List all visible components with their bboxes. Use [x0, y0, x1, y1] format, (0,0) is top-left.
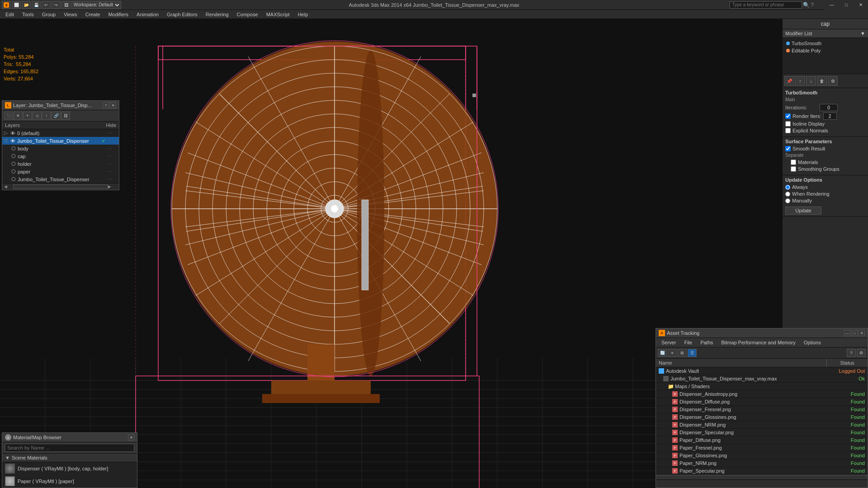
menu-views[interactable]: Views — [60, 10, 80, 19]
mat-search-input[interactable] — [5, 444, 134, 452]
at-menu-bitmap[interactable]: Bitmap Performance and Memory — [717, 339, 799, 346]
at-tb-list[interactable]: ≡ — [668, 349, 677, 357]
render-iters-input[interactable] — [823, 113, 837, 120]
layer-item-paper[interactable]: ⬡ paper ⋯ — [2, 168, 119, 175]
render-iters-checkbox[interactable] — [785, 113, 791, 119]
modifier-turbosmooth[interactable]: TurboSmooth — [784, 40, 866, 47]
layer-tb-delete[interactable]: ✕ — [14, 112, 23, 120]
at-row-fresnel[interactable]: P Dispenser_Fresnel.png Found — [656, 406, 868, 413]
undo-btn[interactable]: ↩ — [42, 1, 51, 9]
render-setup-btn[interactable]: 🖼 — [61, 1, 71, 9]
layer-panel-question[interactable]: ? — [103, 102, 109, 108]
app-icon[interactable]: 3 — [2, 1, 11, 9]
menu-graph-editors[interactable]: Graph Editors — [163, 10, 201, 19]
materials-checkbox[interactable] — [791, 160, 796, 165]
right-tb-down[interactable]: ↓ — [806, 76, 816, 86]
at-close[interactable]: ✕ — [859, 330, 865, 336]
always-radio[interactable] — [785, 185, 790, 190]
when-rendering-radio[interactable] — [785, 192, 790, 197]
at-menu-file[interactable]: File — [680, 339, 696, 346]
layer-item-jumbo[interactable]: ▽ 👁 Jumbo_Toilet_Tissue_Dispenser ✓ ⋯ — [2, 137, 119, 145]
at-minimize[interactable]: — — [844, 330, 850, 336]
at-tb-icons[interactable]: ⊞ — [678, 349, 687, 357]
at-row-vault[interactable]: Autodesk Vault Logged Out — [656, 367, 868, 375]
layer-tb-unlink[interactable]: ⛓ — [61, 112, 70, 120]
at-scrollbar[interactable] — [656, 475, 868, 479]
at-menu-paths[interactable]: Paths — [697, 339, 717, 346]
at-tb-details[interactable]: ☰ — [688, 349, 697, 357]
layer-item-body[interactable]: ⬡ body ⋯ — [2, 145, 119, 152]
smooth-result-checkbox[interactable] — [785, 146, 791, 151]
at-row-paper-diffuse[interactable]: P Paper_Diffuse.png Found — [656, 436, 868, 444]
material-browser-close[interactable]: ✕ — [128, 434, 134, 441]
layer-item-jumbo-child[interactable]: ⬡ Jumbo_Toilet_Tissue_Dispenser ⋯ — [2, 175, 119, 183]
at-tb-help[interactable]: ? — [847, 349, 856, 357]
layer-tb-move[interactable]: ↑ — [42, 112, 51, 120]
menu-group[interactable]: Group — [38, 10, 60, 19]
mat-item-dispenser[interactable]: Dispenser ( VRayMtl ) [body, cap, holder… — [2, 462, 137, 475]
menu-create[interactable]: Create — [81, 10, 104, 19]
layer-tb-new[interactable]: ⬛ — [4, 112, 13, 120]
at-tb-refresh[interactable]: 🔄 — [658, 349, 667, 357]
menu-compose[interactable]: Compose — [233, 10, 262, 19]
workspace-select[interactable]: Workspace: Default — [71, 1, 121, 9]
scroll-track[interactable] — [13, 184, 108, 189]
at-row-maps[interactable]: 📁 Maps / Shaders — [656, 383, 868, 390]
layer-panel-close[interactable]: ✕ — [110, 102, 116, 108]
render-iters-label: Render Iters: — [793, 113, 821, 119]
save-btn[interactable]: 💾 — [32, 1, 41, 9]
at-row-max[interactable]: Jumbo_Toilet_Tissue_Dispenser_max_vray.m… — [656, 375, 868, 383]
manually-radio[interactable] — [785, 198, 790, 203]
minimize-button[interactable]: — — [825, 0, 839, 10]
menu-maxscript[interactable]: MAXScript — [263, 10, 293, 19]
right-tb-options[interactable]: ⚙ — [828, 76, 838, 86]
menu-help[interactable]: Help — [294, 10, 312, 19]
materials-row: Materials — [791, 160, 865, 165]
scroll-right[interactable]: ▶ — [108, 184, 117, 189]
redo-btn[interactable]: ↪ — [52, 1, 61, 9]
menu-rendering[interactable]: Rendering — [202, 10, 232, 19]
layer-tb-select[interactable]: ◇ — [33, 112, 42, 120]
menu-modifiers[interactable]: Modifiers — [104, 10, 132, 19]
close-button[interactable]: ✕ — [854, 0, 868, 10]
at-row-specular[interactable]: P Dispenser_Specular.png Found — [656, 429, 868, 436]
open-btn[interactable]: 📂 — [22, 1, 31, 9]
layer-item-cap[interactable]: ⬡ cap ⋯ — [2, 152, 119, 160]
at-row-paper-glossines[interactable]: P Paper_Glossines.png Found — [656, 452, 868, 460]
isoline-checkbox[interactable] — [785, 121, 791, 127]
at-maximize[interactable]: □ — [851, 330, 858, 336]
menu-animation[interactable]: Animation — [133, 10, 162, 19]
layer-tb-link[interactable]: 🔗 — [52, 112, 61, 120]
at-row-aniso[interactable]: P Dispenser_Anisotropy.png Found — [656, 390, 868, 398]
scroll-left[interactable]: ◀ — [4, 184, 13, 189]
at-menu-server[interactable]: Server — [658, 339, 679, 346]
at-row-paper-fresnel[interactable]: P Paper_Fresnel.png Found — [656, 444, 868, 452]
layer-item[interactable]: ▷ 👁 0 (default) ⋯ — [2, 129, 119, 137]
modifier-editablepoly[interactable]: Editable Poly — [784, 47, 866, 54]
iterations-input[interactable] — [820, 104, 838, 111]
search-input[interactable] — [730, 1, 802, 9]
at-row-paper-specular[interactable]: P Paper_Specular.png Found — [656, 467, 868, 475]
menu-edit[interactable]: Edit — [2, 10, 18, 19]
mat-item-paper[interactable]: Paper ( VRayMtl ) [paper] — [2, 475, 137, 488]
scene-materials-header[interactable]: ▼ Scene Materials — [2, 454, 137, 462]
right-tb-move[interactable]: ↑ — [795, 76, 805, 86]
at-row-paper-nrm[interactable]: P Paper_NRM.png Found — [656, 460, 868, 467]
update-button[interactable]: Update — [785, 206, 821, 215]
at-row-diffuse[interactable]: P Dispenser_Diffuse.png Found — [656, 398, 868, 406]
right-tb-delete[interactable]: 🗑 — [817, 76, 827, 86]
at-row-nrm[interactable]: P Dispenser_NRM.png Found — [656, 421, 868, 429]
new-btn[interactable]: ⬜ — [12, 1, 21, 9]
at-tb-settings[interactable]: ⚙ — [857, 349, 866, 357]
layer-item-holder[interactable]: ⬡ holder ⋯ — [2, 160, 119, 168]
layer-scrollbar[interactable]: ◀ ▶ — [2, 183, 119, 190]
svg-rect-74 — [262, 394, 380, 403]
smoothing-groups-checkbox[interactable] — [791, 166, 796, 172]
at-menu-options[interactable]: Options — [800, 339, 825, 346]
menu-tools[interactable]: Tools — [19, 10, 38, 19]
right-tb-pin[interactable]: 📌 — [784, 76, 794, 86]
layer-tb-add[interactable]: + — [23, 112, 32, 120]
at-row-glossines[interactable]: P Dispenser_Glossines.png Found — [656, 413, 868, 421]
maximize-button[interactable]: □ — [839, 0, 854, 10]
explicit-normals-checkbox[interactable] — [785, 128, 791, 133]
